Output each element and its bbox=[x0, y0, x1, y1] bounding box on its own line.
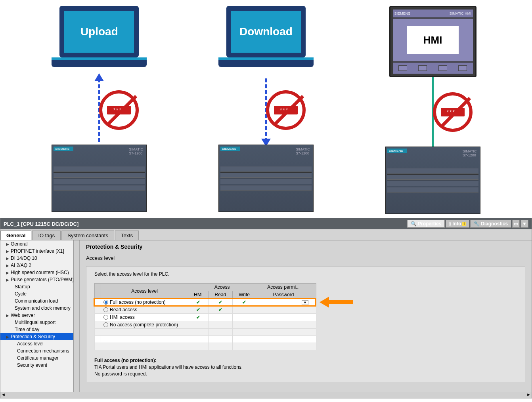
hmi-label: HMI bbox=[407, 26, 459, 54]
sidebar-item[interactable]: ▶DI 14/DQ 10 bbox=[0, 255, 79, 262]
sidebar-item-label: Pulse generators (PTO/PWM) bbox=[11, 277, 74, 282]
sidebar-item[interactable]: ▶AI 2/AQ 2 bbox=[0, 262, 79, 269]
expand-icon: ▶ bbox=[6, 271, 9, 275]
search-icon: 🔍 bbox=[411, 221, 417, 227]
scroll-left-icon[interactable]: ◄ bbox=[1, 392, 6, 398]
dropdown-icon[interactable]: ▼ bbox=[302, 300, 308, 305]
expand-icon: ▶ bbox=[6, 256, 9, 261]
check-icon: ✔ bbox=[209, 299, 233, 306]
tab-properties[interactable]: 🔍 Properties bbox=[407, 220, 445, 228]
sidebar-item-label: Access level bbox=[17, 341, 44, 347]
tab-general[interactable]: General bbox=[0, 231, 31, 240]
access-level-panel: Select the access level for the PLC. Acc… bbox=[86, 266, 525, 382]
connector-download: **** bbox=[254, 75, 278, 145]
sidebar-item[interactable]: Startup bbox=[0, 283, 79, 290]
sidebar-nav[interactable]: ▶General▶PROFINET interface [X1]▶DI 14/D… bbox=[0, 240, 80, 392]
sidebar-item[interactable]: System and clock memory bbox=[0, 305, 79, 312]
sidebar-item[interactable]: Security event bbox=[0, 362, 79, 369]
sidebar-item[interactable]: Multilingual support bbox=[0, 319, 79, 326]
plc-brand-label: SIEMENS bbox=[220, 147, 240, 151]
access-table-row[interactable]: No access (complete protection) bbox=[95, 321, 316, 329]
tab-diagnostics[interactable]: 🔧 Diagnostics bbox=[470, 220, 511, 228]
th-read: Read bbox=[209, 291, 233, 299]
sidebar-item-label: Communication load bbox=[15, 298, 58, 304]
sidebar-item[interactable]: ▶Pulse generators (PTO/PWM) bbox=[0, 276, 79, 283]
plc-device: SIEMENS SIMATIC S7-1200 bbox=[385, 147, 480, 214]
access-level-label: No access (complete protection) bbox=[110, 322, 178, 328]
access-table-row[interactable]: HMI access✔ bbox=[95, 314, 316, 321]
diagram-col-upload: Upload **** SIEMENS SIMATIC S7-1200 bbox=[44, 6, 155, 214]
sidebar-item-label: Web server bbox=[11, 312, 35, 318]
hmi-brand: SIEMENS bbox=[394, 11, 411, 15]
access-level-label: Full access (no protection) bbox=[110, 299, 166, 305]
access-level-label: Read access bbox=[110, 307, 137, 312]
window-minimize-button[interactable]: ▼ bbox=[521, 220, 528, 228]
sidebar-item-label: General bbox=[11, 241, 28, 247]
sidebar-scrollbar[interactable] bbox=[73, 240, 79, 392]
main-panel: Protection & Security Access level Selec… bbox=[80, 240, 532, 392]
prohibit-icon: **** bbox=[433, 92, 473, 132]
access-level-table: Access level Access Access permi... HMI … bbox=[94, 283, 316, 350]
footer-line2: No password is required. bbox=[94, 371, 147, 377]
th-write: Write bbox=[232, 291, 256, 299]
check-icon: ✔ bbox=[232, 299, 256, 306]
hmi-model: SIMATIC HMI bbox=[450, 11, 471, 15]
expand-icon: ▶ bbox=[6, 313, 9, 318]
window-collapse-button[interactable]: ▭ bbox=[512, 220, 520, 228]
expand-icon: ▶ bbox=[6, 263, 9, 268]
sidebar-item[interactable]: ▶High speed counters (HSC) bbox=[0, 269, 79, 276]
no-password-badge: **** bbox=[433, 92, 473, 132]
sidebar-item-label: Time of day bbox=[15, 327, 39, 332]
tab-texts[interactable]: Texts bbox=[115, 231, 139, 240]
properties-window: PLC_1 [CPU 1215C DC/DC/DC] 🔍 Properties … bbox=[0, 218, 532, 398]
access-level-label: HMI access bbox=[110, 314, 135, 320]
laptop-download: Download bbox=[218, 6, 314, 75]
access-table-row[interactable]: Full access (no protection)✔✔✔▼ bbox=[95, 299, 316, 306]
plc-model-label: SIMATIC S7-1200 bbox=[129, 147, 143, 155]
connector-upload: **** bbox=[87, 75, 111, 145]
radio-button[interactable] bbox=[103, 300, 108, 305]
th-access-level: Access level bbox=[101, 284, 188, 299]
bottom-scrollbar[interactable]: ◄ ► bbox=[0, 392, 532, 398]
sidebar-item-label: Connection mechanisms bbox=[17, 348, 69, 354]
tab-io-tags[interactable]: IO tags bbox=[32, 231, 61, 240]
diagram-col-hmi: SIEMENS SIMATIC HMI HMI **** SIEMENS SIM… bbox=[377, 6, 488, 214]
sidebar-item-label: Certificate manager bbox=[17, 355, 59, 361]
sidebar-item-label: System and clock memory bbox=[15, 305, 71, 311]
window-titlebar: PLC_1 [CPU 1215C DC/DC/DC] 🔍 Properties … bbox=[0, 218, 532, 229]
sidebar-item[interactable]: Access level bbox=[0, 340, 79, 347]
sidebar-item[interactable]: Time of day bbox=[0, 326, 79, 333]
th-access: Access bbox=[188, 284, 256, 291]
sidebar-item[interactable]: ▶PROFINET interface [X1] bbox=[0, 248, 79, 255]
footer-title: Full access (no protection): bbox=[94, 358, 157, 363]
radio-button[interactable] bbox=[103, 322, 108, 327]
tab-system-constants[interactable]: System constants bbox=[61, 231, 114, 240]
laptop-screen-label: Upload bbox=[59, 6, 139, 57]
tab-info[interactable]: ℹ Info i bbox=[446, 220, 469, 228]
sidebar-item-label: Startup bbox=[15, 284, 30, 290]
sidebar-item[interactable]: Cycle bbox=[0, 290, 79, 297]
laptop-base bbox=[218, 60, 314, 67]
sidebar-item[interactable]: ▶General bbox=[0, 240, 79, 248]
sidebar-item[interactable]: ▶Web server bbox=[0, 312, 79, 319]
sidebar-item[interactable]: Connection mechanisms bbox=[0, 347, 79, 354]
no-password-badge: **** bbox=[266, 90, 306, 130]
sidebar-item[interactable]: Communication load bbox=[0, 297, 79, 305]
arrow-up-icon bbox=[94, 73, 104, 81]
diagram-row: Upload **** SIEMENS SIMATIC S7-1200 Down… bbox=[0, 0, 532, 218]
sidebar-item[interactable]: Certificate manager bbox=[0, 354, 79, 362]
plc-model-label: SIMATIC S7-1200 bbox=[296, 147, 310, 155]
sidebar-item[interactable]: ▶Protection & Security bbox=[0, 333, 79, 340]
sidebar-item-label: Multilingual support bbox=[15, 320, 55, 325]
radio-button[interactable] bbox=[103, 307, 108, 312]
laptop-upload: Upload bbox=[52, 6, 147, 75]
expand-icon: ▶ bbox=[6, 278, 9, 282]
window-title-text: PLC_1 [CPU 1215C DC/DC/DC] bbox=[4, 221, 78, 227]
scroll-right-icon[interactable]: ► bbox=[526, 392, 531, 398]
info-badge-icon: i bbox=[462, 222, 466, 226]
radio-button[interactable] bbox=[103, 315, 108, 320]
access-table-row[interactable]: Read access✔✔ bbox=[95, 306, 316, 314]
check-icon: ✔ bbox=[188, 306, 209, 314]
sidebar-item-label: Security event bbox=[17, 362, 47, 368]
hmi-device: SIEMENS SIMATIC HMI HMI bbox=[389, 6, 477, 77]
